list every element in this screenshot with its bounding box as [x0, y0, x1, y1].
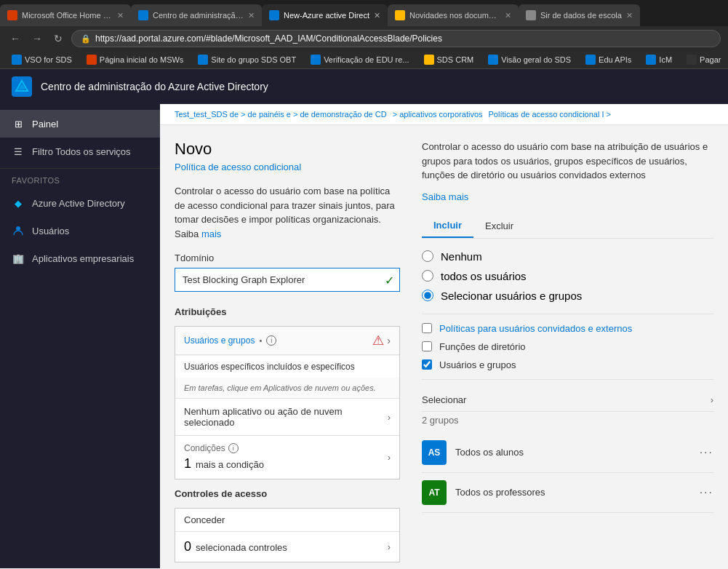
bookmark-icon-visao-sds	[488, 55, 498, 65]
radio-nenhum[interactable]: Nenhum	[422, 250, 713, 263]
breadcrumb-part2[interactable]: > aplicativos corporativos	[393, 110, 483, 119]
tab-close-office[interactable]: ✕	[117, 11, 124, 20]
filtro-icon: ☰	[12, 145, 25, 158]
cloud-value-text: Nenhum aplicativo ou ação de nuvem selec…	[184, 406, 388, 428]
assignments-header-right: ⚠ ›	[372, 333, 391, 349]
sidebar-item-azure[interactable]: ◆ Azure Active Directory	[0, 189, 160, 217]
conditions-row[interactable]: Condições i 1 mais a condição ›	[175, 435, 399, 479]
bookmark-visao-sds[interactable]: Visão geral do SDS	[482, 53, 577, 66]
bookmark-vso[interactable]: VSO for SDS	[6, 53, 78, 66]
bookmark-icon-pagar	[687, 55, 697, 65]
checkbox-funcoes[interactable]: Funções de diretório	[422, 341, 713, 352]
bookmark-icon-verificacao	[311, 55, 321, 65]
url-text: https://aad.portal.azure.com/#blade/Micr…	[95, 33, 442, 44]
users-groups-dot: •	[259, 336, 262, 345]
checkbox-funcoes-label: Funções de diretório	[439, 341, 526, 352]
conditions-value: 1 mais a condição	[184, 456, 264, 471]
app-container: Centro de administração do Azure Active …	[0, 69, 728, 568]
checkbox-politicas-input[interactable]	[422, 323, 432, 333]
bookmark-label-pagina: Página inicial do MSWs	[100, 55, 184, 64]
radio-todos-input[interactable]	[422, 270, 433, 282]
bookmark-pagina[interactable]: Página inicial do MSWs	[81, 53, 190, 66]
access-row-conceder[interactable]: 0 selecionada controles ›	[175, 532, 399, 562]
group-more-alunos[interactable]: ···	[700, 446, 713, 459]
tab-novidades[interactable]: Novidades nos documentos ✕	[388, 4, 519, 26]
sidebar-label-filtro: Filtro Todos os serviços	[32, 146, 131, 157]
tab-azure-active[interactable]: New-Azure active Direct ✕	[262, 4, 388, 26]
tab-close-sir[interactable]: ✕	[626, 11, 633, 20]
url-bar[interactable]: 🔒 https://aad.portal.azure.com/#blade/Mi…	[71, 30, 721, 47]
bookmark-label-visao-sds: Visão geral do SDS	[501, 55, 571, 64]
bookmark-pagar[interactable]: Pagar	[681, 53, 727, 66]
bookmark-label-verificacao: Verificação de EDU re...	[324, 55, 409, 64]
tab-excluir[interactable]: Excluir	[473, 214, 525, 238]
tab-close-novidades[interactable]: ✕	[505, 11, 511, 20]
tab-admin365[interactable]: Centro de administração do Microsoft 365…	[131, 4, 262, 26]
tab-close-azure[interactable]: ✕	[374, 11, 380, 20]
bookmark-label-pagar: Pagar	[700, 55, 721, 64]
breadcrumb-part3[interactable]: Políticas de acesso condicional I >	[489, 110, 611, 119]
cloud-value-row[interactable]: Nenhum aplicativo ou ação de nuvem selec…	[175, 399, 399, 435]
radio-todos[interactable]: todos os usuários	[422, 270, 713, 282]
learn-more-link[interactable]: Saiba mais	[422, 191, 713, 202]
left-panel: Novo Política de acesso condicional Cont…	[175, 140, 400, 568]
main-content: Test_test_SDS de > de painéis e > de dem…	[160, 104, 728, 568]
radio-selecionar[interactable]: Selecionar usuários e grupos	[422, 290, 713, 302]
checkbox-funcoes-input[interactable]	[422, 341, 432, 351]
conditions-arrow: ›	[388, 452, 391, 463]
radio-nenhum-input[interactable]	[422, 250, 433, 262]
checkbox-politicas[interactable]: Políticas para usuários convidados e ext…	[422, 323, 713, 334]
tdominio-input[interactable]	[175, 268, 400, 292]
conditions-label-text: Condições	[184, 443, 225, 453]
grupos-info: 2 grupos	[422, 412, 713, 433]
bookmark-icm[interactable]: IcM	[640, 53, 678, 66]
bookmark-icon-edu-apis	[585, 55, 596, 65]
sidebar-divider-1	[0, 168, 160, 169]
checkbox-usuarios-grupos[interactable]: Usuários e grupos	[422, 359, 713, 370]
group-more-professores[interactable]: ···	[700, 486, 713, 499]
tab-sir[interactable]: Sir de dados de escola ✕	[519, 4, 640, 26]
page-subtitle[interactable]: Política de acesso condicional	[175, 162, 400, 172]
sidebar-item-painel[interactable]: ⊞ Painel	[0, 110, 160, 138]
tab-office[interactable]: Microsoft Office Home and Student 2010 ✕	[0, 4, 131, 26]
sidebar-item-usuarios[interactable]: Usuários	[0, 217, 160, 244]
sidebar-item-filtro[interactable]: ☰ Filtro Todos os serviços	[0, 138, 160, 165]
tab-close-admin365[interactable]: ✕	[248, 11, 255, 20]
tab-incluir[interactable]: Incluir	[422, 214, 473, 238]
breadcrumb-part1[interactable]: Test_test_SDS de > de painéis e > de dem…	[175, 110, 387, 119]
selecionar-row[interactable]: Selecionar ›	[422, 389, 713, 412]
forward-button[interactable]: →	[29, 31, 45, 46]
divider-1	[422, 314, 713, 314]
page-content: Novo Política de acesso condicional Cont…	[160, 125, 728, 568]
tab-icon-novidades	[395, 10, 405, 20]
sidebar-section-favoritos: FAVORITOS	[0, 172, 160, 189]
radio-group: Nenhum todos os usuários Selecionar usuá…	[422, 250, 713, 302]
form-input-container: ✓	[175, 268, 400, 292]
radio-selecionar-input[interactable]	[422, 290, 433, 301]
description-link[interactable]: mais	[201, 228, 221, 239]
tab-bar: Microsoft Office Home and Student 2010 ✕…	[0, 0, 728, 26]
checkbox-politicas-label: Políticas para usuários convidados e ext…	[439, 323, 632, 334]
back-button[interactable]: ←	[7, 31, 23, 46]
users-groups-info-icon[interactable]: i	[266, 335, 276, 346]
checkbox-usuarios-grupos-input[interactable]	[422, 359, 432, 370]
tab-title-novidades: Novidades nos documentos	[409, 11, 500, 20]
access-section-conceder: Conceder 0 selecionada controles ›	[175, 508, 400, 562]
bookmark-sds-obt[interactable]: Site do grupo SDS OBT	[192, 53, 302, 66]
conceder-count: 0	[184, 539, 191, 554]
bookmark-edu-apis[interactable]: Edu APIs	[580, 53, 637, 66]
bookmark-icon-sds-crm	[424, 55, 434, 65]
sidebar-item-aplicativos[interactable]: 🏢 Aplicativos empresariais	[0, 244, 160, 272]
conditions-info-icon[interactable]: i	[228, 443, 239, 453]
right-description: Controlar o acesso do usuário com base n…	[422, 140, 713, 183]
bookmark-sds-crm[interactable]: SDS CRM	[418, 53, 480, 66]
assignments-box: Usuários e grupos • i ⚠ › Usuários espec…	[175, 326, 400, 480]
bookmark-verificacao[interactable]: Verificação de EDU re...	[305, 53, 415, 66]
sidebar-label-aplicativos: Aplicativos empresariais	[32, 253, 134, 264]
cloud-value-arrow: ›	[388, 412, 391, 423]
sidebar-label-usuarios: Usuários	[32, 226, 69, 236]
refresh-button[interactable]: ↻	[51, 31, 65, 46]
users-groups-text: Usuários e grupos	[184, 335, 255, 346]
bookmark-icon-sds-obt	[198, 55, 208, 65]
tab-title-office: Microsoft Office Home and Student 2010	[22, 11, 113, 20]
